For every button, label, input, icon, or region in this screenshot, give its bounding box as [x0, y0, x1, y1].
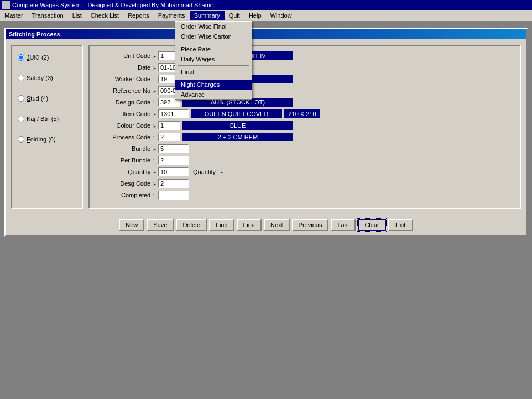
item-code-label: Item Code :-: [95, 111, 156, 117]
radio-kaj-input[interactable]: [18, 116, 24, 122]
main-area: Stitching Process JUKI (2) Safety (3) St…: [0, 22, 532, 241]
menu-reports[interactable]: Reports: [123, 11, 154, 20]
menu-transaction[interactable]: Transaction: [28, 11, 68, 20]
colour-code-input2[interactable]: [182, 121, 293, 130]
right-panel: Unit Code :- Date :- Worker Code :-: [88, 45, 521, 209]
last-button[interactable]: Last: [331, 219, 356, 231]
completed-row: Completed :-: [95, 191, 514, 200]
radio-folding-label: Folding (6): [27, 136, 56, 143]
radio-folding[interactable]: Folding (6): [18, 136, 76, 143]
date-row: Date :-: [95, 63, 514, 72]
new-button[interactable]: New: [119, 219, 144, 231]
menu-quit[interactable]: Quit: [225, 11, 244, 20]
item-code-input2[interactable]: [191, 109, 282, 118]
menu-list[interactable]: List: [68, 11, 86, 20]
design-code-label: Design Code :-: [95, 99, 156, 106]
process-code-input2[interactable]: [182, 133, 293, 141]
button-bar: New Save Delete Find First Next Previous…: [6, 214, 526, 235]
window-header: Stitching Process: [6, 29, 526, 39]
radio-stud-label: Stud (4): [27, 95, 48, 102]
per-bundle-row: Per Bundle :-: [95, 156, 514, 165]
form-container: JUKI (2) Safety (3) Stud (4) Kaj / Btn (…: [6, 39, 526, 214]
quantity-input[interactable]: [158, 167, 189, 176]
radio-stud[interactable]: Stud (4): [18, 95, 76, 102]
menu-check-list[interactable]: Check List: [86, 11, 123, 20]
exit-button[interactable]: Exit: [388, 219, 413, 231]
process-code-label: Process Code :-: [95, 134, 156, 140]
separator-2: [178, 65, 249, 66]
menu-summary[interactable]: Summary: [190, 11, 225, 20]
save-button[interactable]: Save: [147, 219, 174, 231]
quantity-display: Quantity : -: [193, 169, 223, 175]
quantity-label: Quantity :-: [95, 169, 156, 175]
radio-safety[interactable]: Safety (3): [18, 75, 76, 81]
menu-night-charges[interactable]: Night Charges: [175, 80, 252, 90]
bundle-label: Bundle :-: [95, 145, 156, 152]
menu-daily-wages[interactable]: Daily Wages: [175, 54, 252, 64]
radio-stud-input[interactable]: [18, 95, 24, 102]
next-button[interactable]: Next: [264, 219, 290, 231]
radio-folding-input[interactable]: [18, 136, 24, 143]
design-code-row: Design Code :-: [95, 98, 514, 107]
reference-no-label: Reference No :-: [95, 87, 156, 94]
desg-code-row: Desg Code :-: [95, 179, 514, 188]
radio-juki-input[interactable]: [18, 54, 24, 61]
first-button[interactable]: First: [237, 219, 262, 231]
per-bundle-label: Per Bundle :-: [95, 157, 156, 164]
per-bundle-input[interactable]: [158, 156, 189, 165]
item-code-input1[interactable]: [158, 109, 189, 118]
radio-safety-label: Safety (3): [27, 75, 53, 81]
unit-code-label: Unit Code :-: [95, 53, 156, 59]
process-code-input1[interactable]: [158, 133, 180, 141]
bundle-row: Bundle :-: [95, 144, 514, 153]
worker-code-row: Worker Code :-: [95, 75, 514, 83]
menu-final[interactable]: Final: [175, 67, 252, 77]
find-button[interactable]: Find: [209, 219, 234, 231]
item-code-row: Item Code :-: [95, 109, 514, 118]
desg-code-label: Desg Code :-: [95, 180, 156, 187]
app-icon: [2, 1, 10, 9]
completed-label: Completed :-: [95, 192, 156, 198]
window-title: Stitching Process: [9, 31, 60, 38]
menu-order-wise-final[interactable]: Order Wise Final: [175, 22, 252, 32]
date-label: Date :-: [95, 64, 156, 71]
process-code-row: Process Code :-: [95, 133, 514, 141]
radio-kaj[interactable]: Kaj / Btn (5): [18, 116, 76, 122]
desg-code-input[interactable]: [158, 179, 189, 188]
menu-piece-rate[interactable]: Piece Rate: [175, 44, 252, 54]
title-bar: Complete Wages System. - Designed & Deve…: [0, 0, 532, 10]
radio-juki[interactable]: JUKI (2): [18, 54, 76, 61]
summary-dropdown: Order Wise Final Order Wise Carton Piece…: [175, 21, 252, 100]
delete-button[interactable]: Delete: [176, 219, 207, 231]
worker-code-label: Worker Code :-: [95, 76, 156, 82]
menu-bar: Master Transaction List Check List Repor…: [0, 10, 532, 22]
menu-master[interactable]: Master: [0, 11, 28, 20]
radio-kaj-label: Kaj / Btn (5): [27, 116, 59, 122]
left-panel: JUKI (2) Safety (3) Stud (4) Kaj / Btn (…: [11, 45, 83, 209]
item-code-input3[interactable]: [284, 109, 320, 118]
previous-button[interactable]: Previous: [292, 219, 329, 231]
separator-1: [178, 43, 249, 43]
unit-code-row: Unit Code :-: [95, 51, 514, 60]
clear-button[interactable]: Clear: [358, 219, 385, 231]
menu-order-wise-carton[interactable]: Order Wise Carton: [175, 32, 252, 41]
colour-code-label: Colour Code :-: [95, 122, 156, 129]
menu-window[interactable]: Window: [266, 11, 296, 20]
colour-code-row: Colour Code :-: [95, 121, 514, 130]
menu-help[interactable]: Help: [244, 11, 266, 20]
title-text: Complete Wages System. - Designed & Deve…: [12, 2, 215, 8]
bundle-input[interactable]: [158, 144, 189, 153]
radio-safety-input[interactable]: [18, 75, 24, 81]
radio-juki-label: JUKI (2): [27, 54, 49, 61]
separator-3: [178, 78, 249, 78]
reference-no-row: Reference No :-: [95, 86, 514, 95]
quantity-row: Quantity :- Quantity : -: [95, 167, 514, 176]
stitching-process-window: Stitching Process JUKI (2) Safety (3) St…: [4, 28, 528, 237]
menu-advance[interactable]: Advance: [175, 90, 252, 99]
completed-input[interactable]: [158, 191, 189, 200]
colour-code-input1[interactable]: [158, 121, 180, 130]
menu-payments[interactable]: Payments: [154, 11, 190, 20]
